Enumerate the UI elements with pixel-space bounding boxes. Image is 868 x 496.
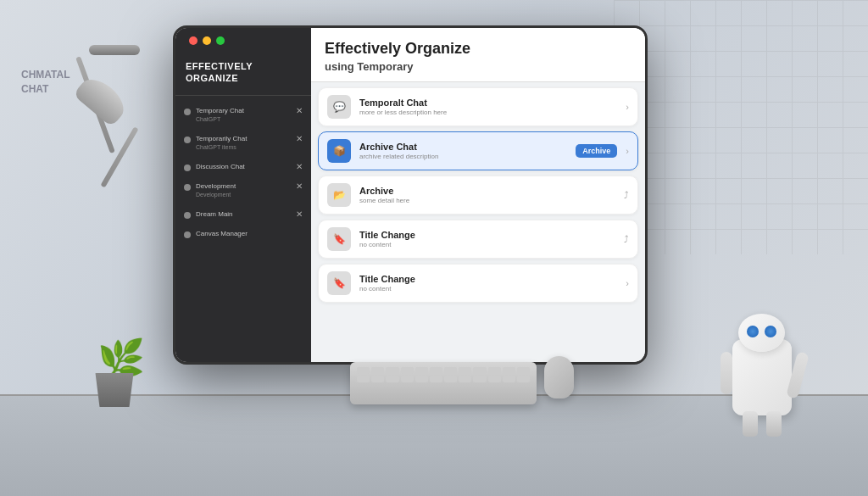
sidebar-item-5[interactable]: Canvas Manager [175, 224, 311, 243]
key [357, 367, 370, 374]
sidebar-dot [184, 184, 191, 191]
sidebar-item-3[interactable]: Development Development ✕ [175, 176, 311, 204]
keyboard [350, 362, 537, 404]
sidebar-item-0[interactable]: Temporary Chat ChatGPT ✕ [175, 101, 311, 129]
archive-button[interactable]: Archive [576, 144, 617, 158]
chat-info-2: Archive some detail here [359, 186, 615, 204]
key [488, 367, 501, 374]
robot-arm-right [786, 351, 810, 399]
main-subtitle: using Temporary [325, 60, 632, 73]
sidebar-dot [184, 212, 191, 219]
chevron-right-icon-0: › [626, 102, 629, 112]
sidebar-item-1[interactable]: Temporarily Chat ChatGPT items ✕ [175, 129, 311, 157]
key [401, 376, 414, 382]
sidebar-dot [184, 231, 191, 238]
sidebar-header: EFFECTIVELY ORGANIZE [175, 53, 311, 96]
chat-row-1[interactable]: 📦 Archive Chat archive related descripti… [318, 131, 638, 170]
chat-icon-2: 📂 [327, 183, 351, 207]
key [415, 376, 428, 382]
key [401, 367, 414, 374]
key [357, 376, 370, 382]
sidebar-close-icon-0[interactable]: ✕ [296, 106, 303, 115]
keyboard-keys [350, 362, 537, 387]
chat-list: 💬 Temporalt Chat more or less descriptio… [311, 82, 645, 362]
monitor-screen: EFFECTIVELY ORGANIZE Temporary Chat Chat… [175, 28, 645, 362]
lamp-head [73, 72, 131, 127]
robot-left-eye [747, 326, 759, 337]
chat-info-3: Title Change no content [359, 230, 615, 248]
chat-info-4: Title Change no content [359, 274, 617, 293]
main-content: Effectively Organize using Temporary 💬 T… [311, 28, 645, 362]
robot-leg-left [743, 411, 758, 437]
sidebar-close-icon-2[interactable]: ✕ [296, 162, 303, 171]
chat-row-3[interactable]: 🔖 Title Change no content ⤴ [318, 220, 638, 259]
sidebar-dot [184, 109, 191, 115]
sidebar-dot [184, 137, 191, 143]
key [517, 376, 530, 382]
desk-plant: 🌿 [93, 373, 136, 407]
main-header: Effectively Organize using Temporary [311, 28, 645, 82]
key [430, 367, 442, 374]
sidebar-item-2[interactable]: Discussion Chat ✕ [175, 157, 311, 176]
key [371, 376, 384, 382]
robot-arm-left [721, 352, 732, 394]
chat-row-2[interactable]: 📂 Archive some detail here ⤴ [318, 176, 638, 215]
sidebar: EFFECTIVELY ORGANIZE Temporary Chat Chat… [175, 28, 311, 362]
chat-row-0[interactable]: 💬 Temporalt Chat more or less descriptio… [318, 87, 638, 126]
key [459, 367, 471, 374]
floating-text-left: CHMATAL CHAT [21, 68, 70, 97]
chat-icon-0: 💬 [327, 95, 351, 119]
key [386, 367, 398, 374]
background-grid [614, 0, 868, 254]
lamp-base [89, 45, 140, 55]
close-dot[interactable] [189, 36, 198, 45]
key [386, 376, 398, 382]
minimize-dot[interactable] [203, 36, 211, 45]
chat-icon-4: 🔖 [327, 271, 351, 295]
key [488, 376, 501, 382]
robot-figure [732, 339, 792, 415]
sidebar-close-icon-3[interactable]: ✕ [296, 181, 303, 191]
chevron-right-icon-4: › [626, 278, 629, 288]
robot-body [732, 339, 792, 415]
sidebar-close-icon-4[interactable]: ✕ [296, 209, 303, 219]
chat-info-1: Archive Chat archive related description [359, 142, 567, 160]
chevron-right-icon-1: › [626, 146, 629, 156]
sidebar-item-4[interactable]: Dream Main ✕ [175, 204, 311, 224]
chat-row-4[interactable]: 🔖 Title Change no content › [318, 264, 638, 303]
key [473, 376, 486, 382]
key [503, 367, 515, 374]
main-title: Effectively Organize [325, 40, 632, 59]
mouse [544, 356, 574, 398]
robot-head [738, 314, 785, 352]
sidebar-dot [184, 164, 191, 171]
chat-info-0: Temporalt Chat more or less description … [359, 98, 617, 116]
key [371, 367, 384, 374]
robot-right-eye [765, 326, 776, 337]
plant-pot [93, 373, 136, 407]
robot-leg-right [766, 411, 782, 437]
maximize-dot[interactable] [216, 36, 225, 45]
key [444, 367, 457, 374]
key [415, 367, 428, 374]
chat-icon-3: 🔖 [327, 227, 351, 251]
key [473, 367, 486, 374]
key [503, 376, 515, 382]
chat-icon-1: 📦 [327, 139, 351, 163]
key [517, 367, 530, 374]
chevron-right-icon-3: ⤴ [624, 234, 629, 244]
monitor: EFFECTIVELY ORGANIZE Temporary Chat Chat… [173, 25, 648, 365]
key [430, 376, 442, 382]
key [459, 376, 471, 382]
monitor-window-controls [189, 36, 225, 45]
sidebar-close-icon-1[interactable]: ✕ [296, 134, 303, 143]
chevron-right-icon-2: ⤴ [624, 190, 629, 200]
key [444, 376, 457, 382]
